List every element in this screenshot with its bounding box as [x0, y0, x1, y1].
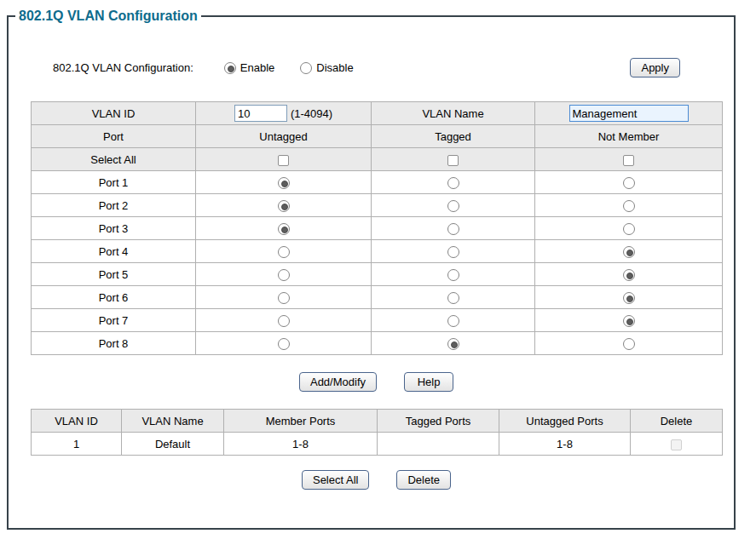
membership-header-row: Port Untagged Tagged Not Member: [32, 125, 723, 148]
port-1-untagged-radio[interactable]: [278, 177, 290, 189]
vlan-list-row: 1Default1-81-8: [32, 433, 723, 456]
port-row: Port 7: [32, 309, 723, 332]
vlan-tagged-ports-cell: [378, 433, 499, 456]
apply-button[interactable]: Apply: [630, 58, 680, 77]
vlan-name-label: VLAN Name: [372, 102, 535, 125]
port-7-untagged-radio[interactable]: [278, 315, 290, 327]
port-row: Port 8: [32, 332, 723, 355]
port-2-tagged-radio[interactable]: [447, 200, 459, 212]
port-2-not-member-radio[interactable]: [623, 200, 635, 212]
vlan-list-table: VLAN IDVLAN NameMember PortsTagged Ports…: [31, 409, 723, 456]
vlan-list-header: Member Ports: [224, 410, 378, 433]
vlan-member-ports-cell: 1-8: [224, 433, 378, 456]
port-row: Port 2: [32, 194, 723, 217]
select-all-untagged-checkbox[interactable]: [278, 155, 289, 166]
port-7-not-member-radio[interactable]: [623, 315, 635, 327]
column-header-not-member: Not Member: [535, 125, 723, 148]
port-4-untagged-radio[interactable]: [278, 246, 290, 258]
port-label: Port 6: [32, 286, 196, 309]
port-label: Port 2: [32, 194, 196, 217]
select-all-not-member-checkbox[interactable]: [623, 155, 634, 166]
vlan-list-header: Delete: [631, 410, 723, 433]
vlan-untagged-ports-cell: 1-8: [499, 433, 631, 456]
port-row: Port 5: [32, 263, 723, 286]
disable-label: Disable: [316, 61, 353, 74]
add-modify-button[interactable]: Add/Modify: [299, 372, 377, 392]
column-header-untagged: Untagged: [196, 125, 372, 148]
delete-vlan-checkbox: [671, 439, 682, 450]
vlan-id-range-hint: (1-4094): [291, 107, 332, 120]
enable-option: Enable: [224, 61, 274, 74]
port-row: Port 4: [32, 240, 723, 263]
port-5-tagged-radio[interactable]: [447, 269, 459, 281]
port-3-tagged-radio[interactable]: [447, 223, 459, 235]
select-all-tagged-checkbox[interactable]: [447, 155, 459, 166]
vlan-config-panel: 802.1Q VLAN Configuration 802.1Q VLAN Co…: [7, 9, 736, 530]
page-title: 802.1Q VLAN Configuration: [15, 9, 201, 24]
vlan-id-input[interactable]: [234, 105, 287, 122]
port-row: Port 6: [32, 286, 723, 309]
disable-option: Disable: [300, 61, 353, 74]
vlan-list-header-row: VLAN IDVLAN NameMember PortsTagged Ports…: [32, 410, 723, 433]
port-8-not-member-radio[interactable]: [623, 338, 635, 350]
list-delete-button[interactable]: Delete: [396, 470, 451, 490]
list-button-row: Select All Delete: [31, 470, 722, 490]
global-config-row: 802.1Q VLAN Configuration: Enable Disabl…: [53, 58, 680, 77]
port-6-tagged-radio[interactable]: [447, 292, 459, 304]
port-8-tagged-radio[interactable]: [447, 338, 459, 350]
vlan-list-header: VLAN Name: [122, 410, 224, 433]
disable-radio[interactable]: [300, 62, 312, 74]
port-label: Port 1: [32, 171, 196, 194]
list-select-all-button[interactable]: Select All: [302, 470, 369, 490]
port-4-not-member-radio[interactable]: [623, 246, 635, 258]
vlan-vlan-name-cell: Default: [122, 433, 224, 456]
vlan-id-label: VLAN ID: [32, 102, 196, 125]
port-label: Port 8: [32, 332, 196, 355]
help-button[interactable]: Help: [404, 372, 453, 392]
vlan-editor-table: VLAN ID (1-4094) VLAN Name Port Untagged…: [31, 101, 723, 355]
vlan-id-name-row: VLAN ID (1-4094) VLAN Name: [32, 102, 723, 125]
port-5-untagged-radio[interactable]: [278, 269, 290, 281]
column-header-tagged: Tagged: [372, 125, 535, 148]
vlan-list-header: Tagged Ports: [378, 410, 499, 433]
port-8-untagged-radio[interactable]: [278, 338, 290, 350]
port-6-untagged-radio[interactable]: [278, 292, 290, 304]
port-row: Port 1: [32, 171, 723, 194]
port-3-not-member-radio[interactable]: [623, 223, 635, 235]
port-2-untagged-radio[interactable]: [278, 200, 290, 212]
port-label: Port 5: [32, 263, 196, 286]
global-config-label: 802.1Q VLAN Configuration:: [53, 61, 193, 74]
select-all-row: Select All: [32, 148, 723, 171]
port-1-tagged-radio[interactable]: [447, 177, 459, 189]
enable-radio[interactable]: [224, 62, 236, 74]
port-label: Port 4: [32, 240, 196, 263]
enable-label: Enable: [240, 61, 274, 74]
enable-disable-radio-group: Enable Disable: [224, 61, 379, 74]
port-5-not-member-radio[interactable]: [623, 269, 635, 281]
column-header-port: Port: [32, 125, 196, 148]
vlan-name-input[interactable]: [569, 105, 689, 122]
port-4-tagged-radio[interactable]: [447, 246, 459, 258]
select-all-label: Select All: [32, 148, 196, 171]
port-7-tagged-radio[interactable]: [447, 315, 459, 327]
port-label: Port 7: [32, 309, 196, 332]
vlan-list-header: Untagged Ports: [499, 410, 631, 433]
port-6-not-member-radio[interactable]: [623, 292, 635, 304]
vlan-list-header: VLAN ID: [32, 410, 122, 433]
editor-button-row: Add/Modify Help: [31, 372, 722, 392]
port-1-not-member-radio[interactable]: [623, 177, 635, 189]
port-label: Port 3: [32, 217, 196, 240]
vlan-vlan-id-cell: 1: [32, 433, 122, 456]
port-row: Port 3: [32, 217, 723, 240]
port-3-untagged-radio[interactable]: [278, 223, 290, 235]
